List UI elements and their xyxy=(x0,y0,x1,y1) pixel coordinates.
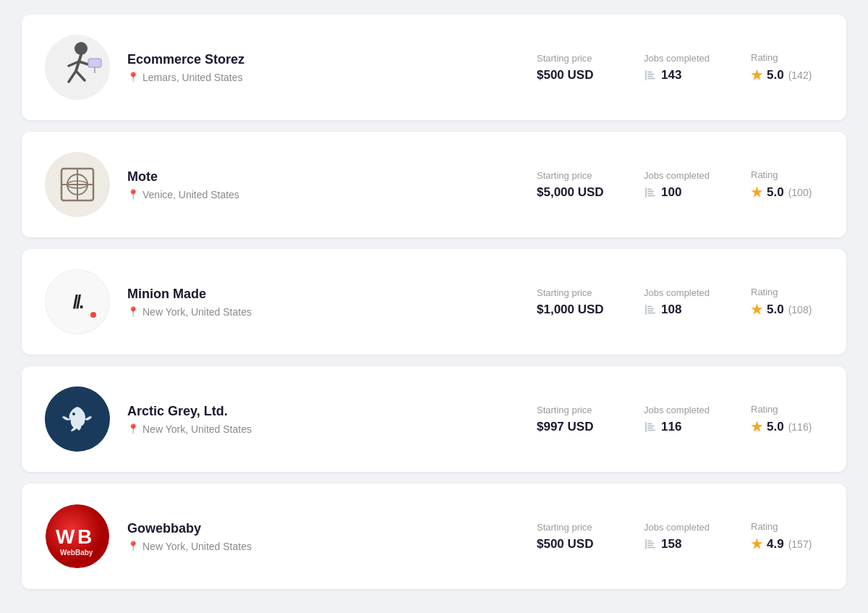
jobs-value: 143 xyxy=(644,68,716,83)
jobs-group-arctic: Jobs completed 116 xyxy=(644,405,716,434)
info-arctic: Arctic Grey, Ltd. 📍 New York, United Sta… xyxy=(127,404,519,435)
stats-minion: Starting price $1,000 USD Jobs completed… xyxy=(537,287,823,318)
info-gowebbaby: Gowebbaby 📍 New York, United States xyxy=(127,521,519,552)
rating-value: ★ 5.0 (142) xyxy=(751,67,823,83)
jobs-icon xyxy=(644,186,657,199)
jobs-value: 116 xyxy=(644,420,716,434)
stats-mote: Starting price $5,000 USD Jobs completed… xyxy=(537,169,823,200)
rating-value: ★ 4.9 (157) xyxy=(751,536,823,552)
rating-group-gowebbaby: Rating ★ 4.9 (157) xyxy=(751,521,823,552)
svg-text:B: B xyxy=(77,525,92,548)
jobs-icon xyxy=(644,303,657,316)
price-label: Starting price xyxy=(537,522,609,533)
stats-gowebbaby: Starting price $500 USD Jobs completed 1… xyxy=(537,521,823,552)
svg-text:WebBaby: WebBaby xyxy=(60,549,93,557)
rating-count: (116) xyxy=(788,421,812,433)
svg-line-3 xyxy=(76,71,85,80)
svg-point-0 xyxy=(75,42,88,55)
star-icon: ★ xyxy=(751,302,762,318)
location-ecommerce: 📍 Lemars, United States xyxy=(127,72,519,83)
jobs-value: 108 xyxy=(644,303,716,317)
rating-label: Rating xyxy=(751,287,823,297)
location-arctic: 📍 New York, United States xyxy=(127,423,519,435)
price-value: $500 USD xyxy=(537,68,609,83)
rating-group-ecommerce: Rating ★ 5.0 (142) xyxy=(751,52,823,83)
location-gowebbaby: 📍 New York, United States xyxy=(127,541,519,552)
rating-value: ★ 5.0 (116) xyxy=(751,419,823,435)
avatar-minion: //. xyxy=(45,269,110,334)
card-minion[interactable]: //. Minion Made 📍 New York, United State… xyxy=(22,249,846,355)
location-icon: 📍 xyxy=(127,423,139,434)
avatar-arctic xyxy=(45,386,110,452)
location-icon: 📍 xyxy=(127,72,139,83)
card-ecommerce[interactable]: Ecommerce Storez 📍 Lemars, United States… xyxy=(22,14,846,120)
minion-logo-wrap: //. xyxy=(46,270,109,334)
price-value: $500 USD xyxy=(537,537,609,551)
avatar-ecommerce xyxy=(45,35,110,100)
rating-count: (142) xyxy=(788,69,812,81)
name-mote: Mote xyxy=(127,169,519,185)
star-icon: ★ xyxy=(751,536,762,552)
minion-dot xyxy=(90,312,96,318)
price-label: Starting price xyxy=(537,53,609,64)
svg-line-2 xyxy=(69,71,76,82)
star-icon: ★ xyxy=(751,67,762,83)
info-ecommerce: Ecommerce Storez 📍 Lemars, United States xyxy=(127,52,519,83)
svg-line-5 xyxy=(79,62,88,64)
price-group-arctic: Starting price $997 USD xyxy=(537,405,609,434)
rating-value: ★ 5.0 (108) xyxy=(751,302,823,318)
jobs-label: Jobs completed xyxy=(644,170,716,181)
rating-label: Rating xyxy=(751,52,823,63)
location-minion: 📍 New York, United States xyxy=(127,306,519,318)
jobs-label: Jobs completed xyxy=(644,522,716,533)
rating-group-arctic: Rating ★ 5.0 (116) xyxy=(751,404,823,435)
avatar-mote xyxy=(45,152,110,217)
location-icon: 📍 xyxy=(127,306,139,317)
agency-list: Ecommerce Storez 📍 Lemars, United States… xyxy=(22,14,846,589)
jobs-icon xyxy=(644,69,657,82)
jobs-value: 100 xyxy=(644,185,716,200)
name-arctic: Arctic Grey, Ltd. xyxy=(127,404,519,419)
location-icon: 📍 xyxy=(127,541,139,551)
jobs-group-gowebbaby: Jobs completed 158 xyxy=(644,522,716,551)
location-mote: 📍 Venice, United States xyxy=(127,189,519,200)
jobs-label: Jobs completed xyxy=(644,53,716,64)
rating-value: ★ 5.0 (100) xyxy=(751,185,823,200)
jobs-icon xyxy=(644,420,657,434)
star-icon: ★ xyxy=(751,419,762,435)
jobs-icon xyxy=(644,538,657,551)
rating-label: Rating xyxy=(751,169,823,180)
price-value: $5,000 USD xyxy=(537,185,609,200)
jobs-group-minion: Jobs completed 108 xyxy=(644,287,716,317)
jobs-label: Jobs completed xyxy=(644,405,716,415)
card-gowebbaby[interactable]: W B WebBaby Gowebbaby 📍 New York, United… xyxy=(22,483,846,589)
svg-point-14 xyxy=(72,413,75,415)
rating-count: (157) xyxy=(788,538,812,550)
rating-label: Rating xyxy=(751,521,823,532)
stats-arctic: Starting price $997 USD Jobs completed 1… xyxy=(537,404,823,435)
price-group-gowebbaby: Starting price $500 USD xyxy=(537,522,609,551)
svg-text:W: W xyxy=(56,525,75,548)
rating-count: (108) xyxy=(788,304,812,316)
svg-rect-6 xyxy=(88,59,101,67)
price-label: Starting price xyxy=(537,405,609,415)
rating-label: Rating xyxy=(751,404,823,415)
card-arctic[interactable]: Arctic Grey, Ltd. 📍 New York, United Sta… xyxy=(22,366,846,472)
card-mote[interactable]: Mote 📍 Venice, United States Starting pr… xyxy=(22,132,846,237)
avatar-gowebbaby: W B WebBaby xyxy=(45,504,110,569)
rating-count: (100) xyxy=(788,187,812,198)
price-group-mote: Starting price $5,000 USD xyxy=(537,170,609,200)
jobs-group-mote: Jobs completed 100 xyxy=(644,170,716,200)
jobs-label: Jobs completed xyxy=(644,287,716,298)
stats-ecommerce: Starting price $500 USD Jobs completed 1… xyxy=(537,52,823,83)
location-icon: 📍 xyxy=(127,189,139,200)
price-value: $1,000 USD xyxy=(537,303,609,317)
name-gowebbaby: Gowebbaby xyxy=(127,521,519,536)
jobs-value: 158 xyxy=(644,537,716,551)
price-label: Starting price xyxy=(537,287,609,298)
price-label: Starting price xyxy=(537,170,609,181)
price-group-minion: Starting price $1,000 USD xyxy=(537,287,609,317)
price-group-ecommerce: Starting price $500 USD xyxy=(537,53,609,83)
name-ecommerce: Ecommerce Storez xyxy=(127,52,519,67)
star-icon: ★ xyxy=(751,185,762,200)
